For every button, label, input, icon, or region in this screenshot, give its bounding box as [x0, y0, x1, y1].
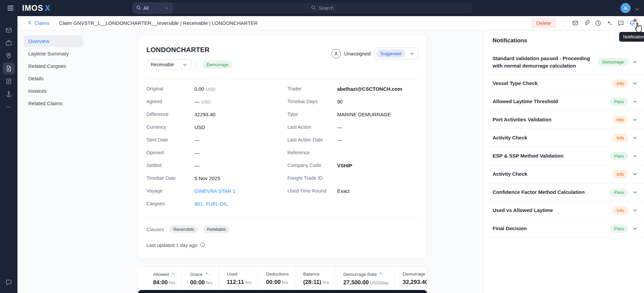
- stat-used: Used 112:11hrs: [219, 267, 258, 293]
- field-value: abelhazi@CSCTONCH.com: [337, 86, 402, 92]
- history-clock-icon[interactable]: [592, 18, 604, 28]
- notifications-list: Standard validation passed - Proceeding …: [484, 50, 644, 238]
- chevron-down-icon[interactable]: [633, 226, 637, 231]
- notification-badge: Pass: [610, 224, 628, 233]
- notification-badge: Info: [612, 170, 628, 178]
- claim-type-select[interactable]: Receivable: [146, 59, 191, 70]
- nav-item-laytime-summary[interactable]: Laytime Summary: [24, 48, 83, 59]
- chevron-down-icon[interactable]: [633, 81, 637, 86]
- voyage-link[interactable]: GINEVRA STAR 1: [194, 188, 287, 194]
- chevron-down-icon[interactable]: [633, 117, 637, 122]
- notification-item[interactable]: ESP & SSP Method Validation Pass: [484, 147, 644, 165]
- notification-item[interactable]: Final Decision Pass: [484, 220, 644, 238]
- stat-grace: Grace 00:00hrs: [182, 267, 219, 293]
- claims-document-icon[interactable]: [3, 62, 15, 75]
- cargo-link[interactable]: 801: FUEL OIL: [194, 201, 287, 207]
- map-pin-icon[interactable]: [3, 50, 15, 62]
- assignee-avatar-icon: [331, 49, 341, 58]
- attachment-icon[interactable]: [581, 18, 592, 28]
- clause-badge-rebillable: Rebillable: [203, 225, 230, 234]
- ai-sparkle-icon: [171, 271, 176, 277]
- field-value: VSHIP: [337, 163, 402, 168]
- chevron-down-icon: [183, 62, 187, 67]
- chevron-down-icon[interactable]: [633, 99, 637, 104]
- nav-item-invoices[interactable]: Invoices: [24, 85, 83, 97]
- laytime-stats-bar: Allowed 84:00hrs Grace 00:00hrs Used 112…: [138, 266, 427, 293]
- chevron-down-icon[interactable]: [633, 154, 637, 158]
- chevron-down-icon[interactable]: [633, 172, 637, 176]
- stat-deductions: Deductions 00:00hrs: [258, 267, 295, 293]
- ai-sparkle-icon: [379, 271, 383, 277]
- field-label: Company Code: [287, 163, 337, 168]
- clauses-row: Clauses Reversible Rebillable: [146, 217, 419, 234]
- nav-item-related-claims[interactable]: Related Claims: [24, 97, 83, 109]
- field-value: —: [337, 137, 402, 143]
- notification-item[interactable]: Standard validation passed - Proceeding …: [484, 50, 644, 75]
- field-label: Sent Date: [146, 137, 194, 142]
- field-value: USD: [194, 124, 287, 130]
- notification-badge: Demurrage: [598, 58, 628, 66]
- field-label: Freight Trade ID: [287, 175, 337, 181]
- notification-item[interactable]: Port Activities Validation Info: [484, 111, 644, 129]
- chat-support-icon[interactable]: [3, 276, 15, 288]
- anchor-icon[interactable]: [3, 88, 15, 100]
- search-scope-dropdown[interactable]: All: [133, 3, 172, 13]
- nav-item-details[interactable]: Details: [24, 73, 83, 84]
- ai-sparkle-icon: [205, 271, 209, 277]
- stat-allowed: Allowed 84:00hrs: [145, 267, 182, 293]
- unread-indicator-dot: [634, 19, 637, 22]
- notifications-title: Notifications: [493, 37, 527, 44]
- field-value: 90: [337, 99, 402, 104]
- stat-demurrage-rate: Demurrage Rate 27,500.00USD/day: [335, 267, 395, 293]
- notifications-panel: Notifications ✕ Standard validation pass…: [484, 31, 644, 293]
- field-label: Last Action Date: [287, 137, 337, 142]
- field-value: MARINE DEMURRAGE: [337, 112, 402, 117]
- field-value: 32293.40: [194, 112, 287, 117]
- chat-message-icon[interactable]: [615, 18, 627, 28]
- notification-item[interactable]: Confidence Factor Method Calculation Pas…: [484, 183, 644, 202]
- nav-item-related-cargoes[interactable]: Related Cargoes: [24, 60, 83, 72]
- notification-item[interactable]: Vessel Type Check Info: [484, 75, 644, 93]
- field-label: Voyage: [146, 188, 194, 194]
- invoice-file-icon[interactable]: [3, 75, 15, 87]
- notification-item[interactable]: Used vs Allowed Laytime Info: [484, 202, 644, 220]
- briefcase-icon[interactable]: [3, 37, 15, 49]
- notification-badge: Info: [612, 134, 628, 142]
- chevron-down-icon: [410, 51, 414, 56]
- notification-item[interactable]: Activity Check Info: [484, 129, 644, 147]
- more-options-icon[interactable]: [3, 101, 15, 113]
- search-input[interactable]: Search: [172, 3, 472, 13]
- notification-item[interactable]: Activity Check Info: [484, 165, 644, 183]
- field-value: —: [194, 137, 287, 143]
- info-icon[interactable]: [200, 242, 205, 248]
- divider: [564, 18, 564, 28]
- chevron-down-icon[interactable]: [633, 190, 637, 195]
- ai-sparkles-icon[interactable]: [604, 18, 615, 28]
- chevron-down-icon[interactable]: [633, 208, 637, 213]
- field-label: Used Time Round: [287, 188, 337, 194]
- field-label: Currency: [146, 124, 194, 130]
- field-value: Exact: [337, 188, 402, 194]
- status-dropdown[interactable]: Suggested: [374, 47, 419, 60]
- stat-balance: Balance (28:11)hrs: [295, 267, 335, 293]
- field-label: Last Action: [287, 124, 337, 130]
- hamburger-menu-icon[interactable]: [5, 3, 16, 13]
- field-label: Timebar Date: [146, 175, 194, 181]
- claim-nav: Overview Laytime Summary Related Cargoes…: [17, 31, 111, 293]
- email-icon[interactable]: [569, 18, 581, 28]
- field-label: Type: [287, 112, 337, 117]
- chevron-up-icon[interactable]: [633, 60, 637, 65]
- nav-item-overview[interactable]: Overview: [24, 35, 83, 47]
- chevron-down-icon[interactable]: [633, 135, 637, 140]
- assignee-label: Unassigned: [344, 51, 371, 56]
- field-label: Trader: [287, 86, 337, 91]
- user-menu-chevron-icon[interactable]: [635, 7, 639, 13]
- inbox-icon[interactable]: [3, 24, 15, 36]
- field-label: Difference: [146, 112, 194, 117]
- notification-item[interactable]: Allowed Laytime Threshold Pass: [484, 93, 644, 111]
- back-to-claims-link[interactable]: Claims: [28, 20, 50, 26]
- field-value: —USD: [194, 99, 287, 104]
- user-avatar[interactable]: JL: [620, 3, 631, 13]
- search-icon: [311, 5, 316, 11]
- delete-button[interactable]: Delete: [531, 18, 556, 28]
